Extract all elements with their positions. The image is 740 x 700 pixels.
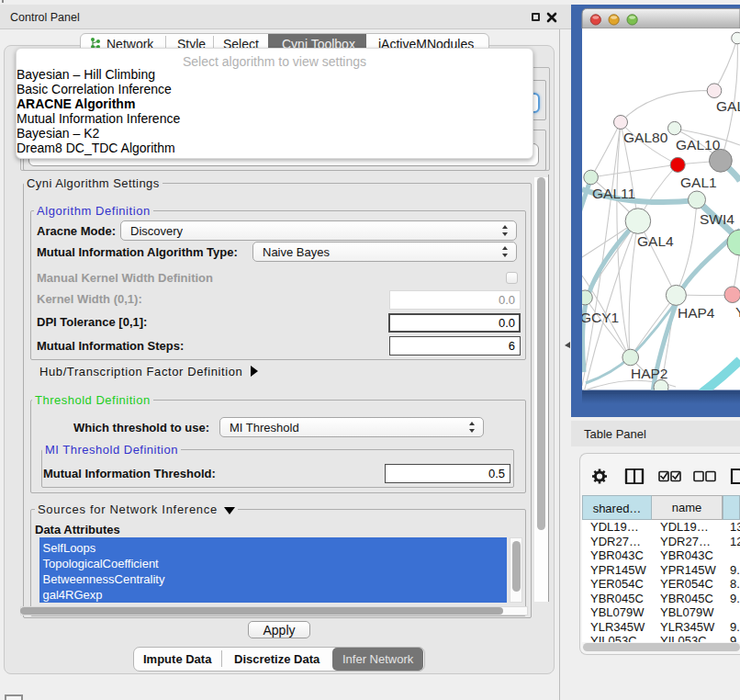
- svg-text:GAL80: GAL80: [623, 130, 668, 145]
- svg-text:GAL1: GAL1: [680, 175, 717, 190]
- svg-text:GAL: GAL: [716, 98, 740, 114]
- svg-text:GAL10: GAL10: [676, 137, 721, 152]
- svg-text:HAP2: HAP2: [631, 366, 668, 381]
- svg-text:HAP4: HAP4: [678, 305, 715, 321]
- svg-text:GAL11: GAL11: [592, 186, 635, 201]
- svg-text:SWI4: SWI4: [700, 211, 734, 227]
- svg-text:GCY1: GCY1: [580, 310, 619, 325]
- svg-text:GAL4: GAL4: [637, 233, 674, 249]
- svg-text:Y: Y: [735, 304, 740, 320]
